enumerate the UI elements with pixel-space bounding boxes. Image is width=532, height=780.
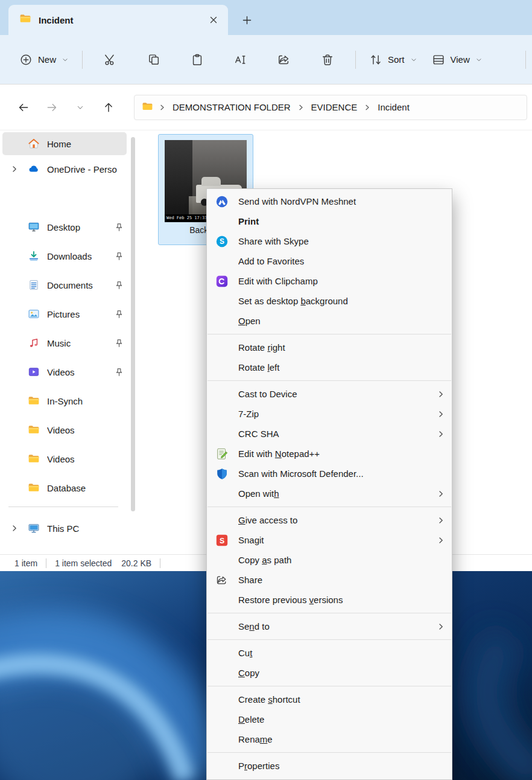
sidebar-item-documents[interactable]: Documents [2,273,127,296]
sidebar-item-music[interactable]: Music [2,331,127,354]
share-icon [277,53,291,66]
menu-item-edit-with-clipchamp[interactable]: Edit with Clipchamp [207,271,452,291]
pin-icon [115,281,127,290]
menu-item-label: Edit with Notepad++ [238,449,445,459]
menu-item-scan-with-microsoft-defender[interactable]: Scan with Microsoft Defender... [207,464,452,484]
new-button[interactable]: New [12,48,76,72]
expand-chevron-icon[interactable] [11,525,27,532]
breadcrumb[interactable]: DEMONSTRATION FOLDER EVIDENCE Incident [134,95,527,120]
folder-icon [27,424,41,436]
menu-item-send-with-nordvpn-meshnet[interactable]: Send with NordVPN Meshnet [207,191,452,211]
submenu-arrow-icon [437,430,445,438]
svg-text:S: S [220,237,224,246]
menu-item-label: Send with NordVPN Meshnet [238,196,445,206]
cut-button[interactable] [96,46,125,73]
menu-item-share-with-skype[interactable]: SShare with Skype [207,231,452,251]
menu-item-cast-to-device[interactable]: Cast to Device [207,384,452,404]
menu-item-label: Edit with Clipchamp [238,276,445,286]
sidebar-item-database[interactable]: Database [2,476,127,499]
breadcrumb-item[interactable]: DEMONSTRATION FOLDER [171,100,292,115]
rename-button[interactable] [226,46,255,73]
view-button-label: View [451,54,470,65]
sidebar-item-videos[interactable]: Videos [2,360,127,383]
pin-icon [115,223,127,232]
copy-button[interactable] [139,46,168,73]
menu-item-open-with[interactable]: Open with [207,484,452,503]
menu-item-label: Share with Skype [238,236,445,246]
snagit-icon: S [215,534,229,547]
share-button[interactable] [270,46,299,73]
menu-separator [207,380,451,381]
breadcrumb-chevron-icon [298,102,304,112]
menu-item-label: Copy as path [238,555,445,565]
breadcrumb-item[interactable]: EVIDENCE [310,100,359,115]
view-layout-icon [432,53,445,66]
menu-item-copy-as-path[interactable]: Copy as path [207,550,452,570]
menu-item-crc-sha[interactable]: CRC SHA [207,424,452,444]
explorer-tab[interactable]: Incident [8,5,228,35]
skype-icon: S [215,235,229,248]
menu-item-set-as-desktop-background[interactable]: Set as desktop background [207,291,452,311]
menu-item-7-zip[interactable]: 7-Zip [207,404,452,424]
menu-item-send-to[interactable]: Send to [207,616,452,636]
sidebar-item-this-pc[interactable]: This PC [2,517,127,540]
tab-title: Incident [39,15,205,25]
sidebar: HomeOneDrive - PersoDesktopDownloadsDocu… [0,131,139,554]
sidebar-item-pictures[interactable]: Pictures [2,302,127,325]
sidebar-item-onedrive-perso[interactable]: OneDrive - Perso [2,158,127,181]
menu-item-snagit[interactable]: SSnagit [207,530,452,550]
forward-button[interactable] [42,97,62,118]
clipchamp-icon [215,275,229,288]
trash-icon [321,53,334,66]
nordvpn-icon [215,195,229,208]
menu-item-rename[interactable]: Rename [207,729,452,749]
up-button[interactable] [98,97,119,118]
menu-item-label: Delete [238,714,445,724]
sidebar-item-desktop[interactable]: Desktop [2,216,127,238]
delete-button[interactable] [313,46,342,73]
menu-item-give-access-to[interactable]: Give access to [207,510,452,530]
breadcrumb-chevron-icon [364,102,370,112]
menu-item-copy[interactable]: Copy [207,663,452,683]
breadcrumb-chevron-icon [159,102,165,112]
menu-item-label: Open [238,316,445,326]
menu-item-create-shortcut[interactable]: Create shortcut [207,689,452,709]
tab-close-icon[interactable] [205,11,222,28]
recent-locations-chevron-icon[interactable] [70,97,90,118]
menu-item-edit-with-notepad[interactable]: Edit with Notepad++ [207,444,452,464]
menu-item-rotate-left[interactable]: Rotate left [207,357,452,377]
menu-item-properties[interactable]: Properties [207,756,452,776]
sort-button[interactable]: Sort [362,48,425,72]
menu-item-label: Cast to Device [238,389,432,399]
expand-chevron-icon[interactable] [11,165,27,173]
breadcrumb-item[interactable]: Incident [376,100,411,115]
sidebar-item-label: This PC [47,523,127,534]
menu-item-share[interactable]: Share [207,570,452,590]
menu-item-rotate-right[interactable]: Rotate right [207,337,452,357]
sidebar-scrollbar[interactable] [131,137,135,511]
menu-item-restore-previous-versions[interactable]: Restore previous versions [207,590,452,610]
menu-item-label: Copy [238,668,445,678]
menu-separator [207,613,451,613]
status-selection-size: 20.2 KB [121,558,151,568]
menu-item-delete[interactable]: Delete [207,709,452,729]
menu-item-open[interactable]: Open [207,311,452,331]
menu-item-add-to-favorites[interactable]: Add to Favorites [207,251,452,271]
view-button[interactable]: View [425,48,490,72]
sidebar-item-downloads[interactable]: Downloads [2,245,127,267]
sidebar-item-home[interactable]: Home [2,132,127,155]
command-bar: New Sort [0,35,532,85]
back-button[interactable] [13,97,34,118]
sidebar-item-in-synch[interactable]: In-Synch [2,389,127,412]
menu-item-label: 7-Zip [238,409,432,419]
music-icon [27,337,41,349]
menu-item-print[interactable]: Print [207,211,452,231]
sidebar-item-label: Pictures [47,309,112,319]
menu-item-cut[interactable]: Cut [207,643,452,663]
sidebar-item-videos[interactable]: Videos [2,418,127,441]
menu-item-label: Restore previous versions [238,595,445,605]
paste-button[interactable] [183,46,212,73]
sidebar-item-videos[interactable]: Videos [2,447,127,470]
defender-icon [215,467,229,481]
new-tab-button[interactable] [236,10,257,30]
